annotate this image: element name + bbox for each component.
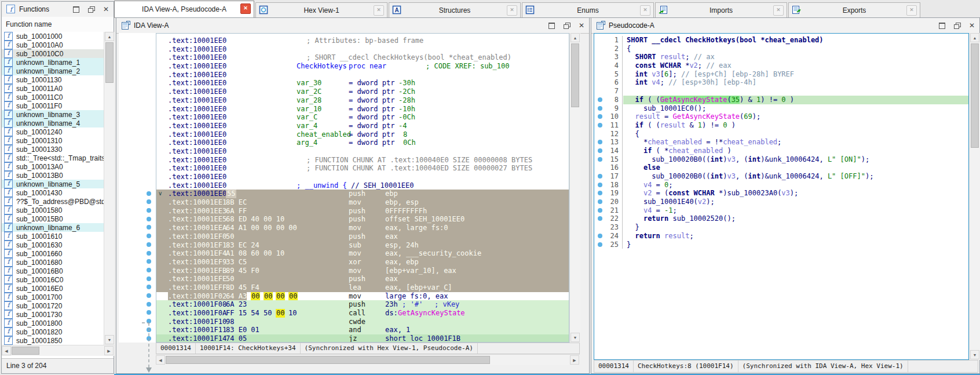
- disasm-line[interactable]: .text:10001EE0; __unwind { // SEH_10001E…: [156, 181, 569, 190]
- disasm-line[interactable]: .text:10001EE568 ED 40 00 10pushoffset S…: [156, 215, 569, 224]
- pseudocode-line[interactable]: 1SHORT __cdecl CheckHotkeys(bool *cheat_…: [594, 36, 968, 45]
- function-list-item[interactable]: fsub_10001820: [2, 327, 104, 336]
- functions-horizontal-scrollbar[interactable]: ◀ ▶: [2, 345, 114, 356]
- function-list-item[interactable]: fsub_10001130: [2, 75, 104, 84]
- disasm-line[interactable]: .text:10001F1098cwde: [156, 318, 569, 326]
- disasm-line[interactable]: .text:10001EE0; SHORT __cdecl CheckHotke…: [156, 53, 569, 62]
- pseudocode-line[interactable]: 23 }: [594, 223, 968, 232]
- disasm-line[interactable]: .text:10001F0AFF 15 54 500010callds:GetA…: [156, 309, 569, 318]
- disasm-line[interactable]: .text:10001F0264 A300000000movlarge fs:0…: [156, 292, 569, 301]
- pseudocode-line[interactable]: 12 {: [594, 130, 968, 139]
- function-list-item[interactable]: f??$_To_address@PBD@std@@YA: [2, 197, 104, 206]
- line-info-dot[interactable]: [147, 276, 151, 281]
- function-list-item[interactable]: funknown_libname_6: [2, 223, 104, 232]
- function-list-item[interactable]: fsub_10001610: [2, 232, 104, 241]
- function-list-item[interactable]: fsub_10001240: [2, 128, 104, 136]
- collapse-chevron-icon[interactable]: ∨: [158, 190, 162, 198]
- function-list-item[interactable]: fsub_10001680: [2, 258, 104, 267]
- tab-close-icon[interactable]: ✕: [240, 3, 251, 14]
- disasm-view[interactable]: .text:10001EE0; Attributes: bp-based fra…: [156, 33, 569, 343]
- scrollbar-thumb[interactable]: [571, 43, 579, 107]
- function-list-item[interactable]: funknown_libname_2: [2, 67, 104, 75]
- pseudocode-line[interactable]: 17 sub_100020B0((int)v3, (int)&unk_10006…: [594, 172, 968, 181]
- function-list-item[interactable]: fsub_100016E0: [2, 284, 104, 293]
- disasm-line[interactable]: .text:10001EE0cheat_enabled= dword ptr 8: [156, 130, 569, 139]
- disasm-line[interactable]: .text:10001EE0var_28= dword ptr -28h: [156, 96, 569, 105]
- disasm-line[interactable]: .text:10001EEA64 A1 00 00 00 00moveax, l…: [156, 224, 569, 232]
- disasm-line[interactable]: .text:10001EE0var_30= dword ptr -30h: [156, 79, 569, 88]
- pseudocode-line[interactable]: 22 return sub_10002520();: [594, 214, 968, 223]
- scrollbar-thumb[interactable]: [971, 43, 979, 148]
- scroll-down-arrow[interactable]: ▼: [571, 333, 580, 342]
- line-info-dot[interactable]: [147, 225, 151, 230]
- disasm-line[interactable]: .text:10001EE18B ECmovebp, esp: [156, 198, 569, 207]
- disasm-line[interactable]: .text:10001EE0: [156, 147, 569, 156]
- pseudocode-line[interactable]: 24 return result;: [594, 232, 968, 241]
- maximize-button[interactable]: [71, 4, 81, 14]
- pseudocode-line[interactable]: 6 int v4; // [esp+30h] [ebp-4h]: [594, 78, 968, 87]
- line-info-dot[interactable]: [147, 259, 151, 264]
- pseudocode-line[interactable]: 3 SHORT result; // ax: [594, 53, 968, 61]
- disasm-line[interactable]: .text:10001EE0arg_4= dword ptr 0Ch: [156, 139, 569, 147]
- function-list-item[interactable]: fsub_100011C0: [2, 93, 104, 101]
- function-list-item[interactable]: funknown_libname_1: [2, 58, 104, 67]
- line-info-dot[interactable]: [147, 268, 151, 272]
- line-info-dot[interactable]: [147, 199, 151, 204]
- line-info-dot[interactable]: [147, 302, 151, 307]
- disasm-line[interactable]: .text:10001F1183 E0 01andeax, 1: [156, 326, 569, 334]
- disasm-line[interactable]: .text:10001EF933 C5xoreax, ebp: [156, 258, 569, 267]
- scroll-right-arrow[interactable]: ▶: [570, 355, 579, 365]
- disasm-horizontal-scrollbar[interactable]: ◀ ▶: [156, 354, 580, 365]
- scroll-down-arrow[interactable]: ▼: [970, 350, 979, 359]
- close-button[interactable]: ✕: [967, 20, 977, 31]
- scrollbar-thumb[interactable]: [12, 347, 39, 355]
- function-list-item[interactable]: fsub_10001700: [2, 293, 104, 301]
- disasm-line[interactable]: .text:10001EE0: [156, 71, 569, 79]
- function-list-item[interactable]: fstd::_Tree<std::_Tmap_traits<vo: [2, 154, 104, 162]
- pseudocode-line[interactable]: 11 if ( (result & 1) != 0 ): [594, 121, 968, 130]
- tab-exports[interactable]: Exports✕: [788, 2, 920, 17]
- function-list-item[interactable]: fsub_10001430: [2, 188, 104, 197]
- pseudocode-line[interactable]: 9 sub_10001EC0();: [594, 104, 968, 113]
- function-list-item[interactable]: fsub_100011F0: [2, 101, 104, 110]
- functions-vertical-scrollbar[interactable]: ▲ ▼: [104, 32, 115, 345]
- function-list-item[interactable]: fsub_10001720: [2, 301, 104, 310]
- scrollbar-thumb[interactable]: [166, 356, 490, 364]
- disasm-line[interactable]: .text:10001EE0var_10= dword ptr -10h: [156, 105, 569, 114]
- pseudocode-view[interactable]: 1SHORT __cdecl CheckHotkeys(bool *cheat_…: [594, 33, 969, 360]
- tab-close-icon[interactable]: ✕: [374, 5, 384, 16]
- function-list-item[interactable]: fsub_100010C0: [2, 49, 104, 58]
- function-list-item[interactable]: fsub_10001630: [2, 241, 104, 249]
- line-info-dot[interactable]: [147, 217, 151, 221]
- pseudocode-line[interactable]: 2{: [594, 45, 968, 53]
- function-list-item[interactable]: fsub_10001800: [2, 319, 104, 327]
- pseudocode-line[interactable]: 21 v4 = -1;: [594, 206, 968, 215]
- line-info-dot[interactable]: [147, 285, 151, 289]
- function-list-item[interactable]: fsub_100015B0: [2, 214, 104, 223]
- function-name-column-header[interactable]: Function name: [2, 17, 114, 32]
- disasm-line[interactable]: .text:10001EE0: [156, 173, 569, 181]
- tab-close-icon[interactable]: ✕: [640, 5, 650, 16]
- tab-close-icon[interactable]: ✕: [773, 5, 784, 16]
- line-info-dot[interactable]: [147, 310, 151, 315]
- restore-button[interactable]: [86, 4, 96, 14]
- pseudocode-line[interactable]: 10 result = GetAsyncKeyState(69);: [594, 112, 968, 121]
- disasm-line[interactable]: .text:10001EE0; FUNCTION CHUNK AT .text:…: [156, 156, 569, 165]
- disasm-line[interactable]: .text:10001EE0var_2C= dword ptr -2Ch: [156, 88, 569, 96]
- disasm-line[interactable]: .text:10001EE0; FUNCTION CHUNK AT .text:…: [156, 164, 569, 173]
- pseudocode-line[interactable]: 16 else: [594, 163, 968, 172]
- maximize-button[interactable]: [937, 20, 947, 31]
- scroll-down-arrow[interactable]: ▼: [105, 335, 114, 344]
- function-list-item[interactable]: fsub_100013B0: [2, 171, 104, 180]
- line-info-dot[interactable]: [147, 208, 151, 213]
- function-list-item[interactable]: fsub_100016C0: [2, 275, 104, 284]
- restore-button[interactable]: [561, 20, 572, 31]
- scroll-right-arrow[interactable]: ▶: [104, 346, 114, 355]
- line-info-dot[interactable]: [147, 251, 151, 256]
- disasm-line[interactable]: .text:10001EE0var_C= dword ptr -0Ch: [156, 113, 569, 122]
- scroll-left-arrow[interactable]: ◀: [156, 355, 165, 365]
- function-list-item[interactable]: fsub_10001310: [2, 136, 104, 145]
- disasm-line[interactable]: .text:10001EF183 EC 24subesp, 24h: [156, 241, 569, 250]
- close-button[interactable]: ✕: [101, 4, 111, 14]
- scroll-up-arrow[interactable]: ▲: [105, 32, 114, 41]
